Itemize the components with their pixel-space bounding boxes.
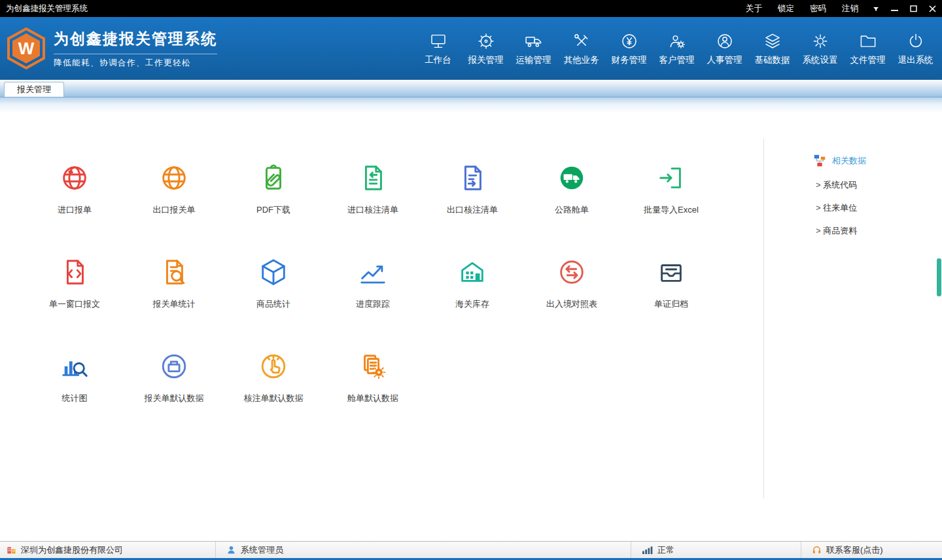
nav-item-workbench[interactable]: 工作台 — [414, 31, 462, 66]
signal-bars-icon — [642, 546, 653, 554]
statistics-chart-icon — [60, 351, 90, 384]
tile-checklist-default-data[interactable]: 核注单默认数据 — [224, 351, 323, 446]
tile-pdf-download[interactable]: PDF下载 — [224, 163, 323, 257]
tile-label: 统计图 — [62, 393, 88, 404]
brand-block: 为创鑫捷报关管理系统 降低能耗、协调合作、工作更轻松 — [54, 29, 217, 69]
workbench-monitor-icon — [428, 31, 448, 51]
tile-export-checklist[interactable]: 出口核注清单 — [423, 163, 522, 257]
import-declaration-globe-icon — [60, 163, 90, 196]
sidebar-link-product-info[interactable]: 商品资料 — [812, 225, 917, 237]
nav-label: 其他业务 — [564, 54, 599, 66]
related-data-header[interactable]: 相关数据 — [812, 154, 917, 168]
nav-item-transport[interactable]: 运输管理 — [510, 31, 557, 66]
status-connection: 正常 — [631, 542, 801, 558]
tile-label: 出口核注清单 — [447, 204, 498, 216]
hr-person-icon — [715, 31, 735, 51]
customs-inventory-warehouse-icon — [457, 257, 487, 290]
tile-customs-inventory[interactable]: 海关库存 — [423, 257, 522, 351]
road-manifest-truck-icon — [557, 163, 587, 196]
document-archive-icon — [656, 257, 686, 290]
maximize-icon[interactable] — [904, 0, 923, 17]
scrollbar-thumb[interactable] — [937, 258, 941, 296]
tile-entry-exit-compare[interactable]: 出入境对照表 — [522, 257, 621, 351]
nav-item-customer[interactable]: 客户管理 — [653, 31, 701, 66]
nav-label: 文件管理 — [850, 54, 886, 66]
declaration-stats-icon — [159, 257, 189, 290]
nav-item-base-data[interactable]: 基础数据 — [748, 31, 796, 66]
app-grid: 进口报单 出口报关单 PDF下载 进口核注清单 出口核注清单 — [25, 163, 721, 446]
file-folder-icon — [858, 31, 878, 51]
tile-product-stats[interactable]: 商品统计 — [224, 257, 323, 351]
tile-statistics-chart[interactable]: 统计图 — [25, 351, 124, 446]
tile-declaration-default-data[interactable]: 报关单默认数据 — [124, 351, 224, 446]
status-user: 系统管理员 — [216, 542, 631, 558]
menu-logout[interactable]: 注销 — [834, 3, 866, 14]
titlebar: 为创鑫捷报关管理系统 关于 锁定 密码 注销 — [0, 0, 942, 17]
tile-import-declaration[interactable]: 进口报单 — [25, 163, 124, 257]
tile-label: 进度跟踪 — [356, 298, 390, 310]
tile-label: 核注单默认数据 — [244, 393, 304, 404]
nav-label: 人事管理 — [707, 54, 742, 66]
base-data-layers-icon — [763, 31, 782, 51]
tile-progress-tracking[interactable]: 进度跟踪 — [323, 257, 423, 351]
status-bar: 深圳为创鑫捷股份有限公司 系统管理员 正常 联系客服(点击) — [0, 541, 942, 558]
titlebar-right: 关于 锁定 密码 注销 — [738, 0, 942, 17]
sidebar-link-system-codes[interactable]: 系统代码 — [812, 179, 917, 191]
tile-import-checklist[interactable]: 进口核注清单 — [323, 163, 423, 257]
tile-label: 出入境对照表 — [546, 298, 597, 310]
tile-label: 单证归档 — [654, 298, 688, 310]
tile-declaration-stats[interactable]: 报关单统计 — [124, 257, 224, 351]
tab-customs-management[interactable]: 报关管理 — [4, 82, 64, 97]
connection-status: 正常 — [657, 544, 674, 556]
nav-item-exit[interactable]: 退出系统 — [892, 31, 939, 66]
progress-tracking-chart-icon — [358, 257, 388, 290]
tile-label: 进口报单 — [58, 204, 92, 216]
nav-item-settings[interactable]: 系统设置 — [796, 31, 844, 66]
nav-label: 基础数据 — [755, 54, 790, 66]
checklist-default-data-icon — [258, 351, 288, 384]
nav-label: 报关管理 — [468, 54, 504, 66]
theme-dropdown-icon[interactable] — [866, 0, 885, 17]
tile-single-window-message[interactable]: 单一窗口报文 — [25, 257, 124, 351]
nav-item-hr[interactable]: 人事管理 — [701, 31, 748, 66]
menu-password[interactable]: 密码 — [802, 3, 834, 14]
close-icon[interactable] — [923, 0, 942, 17]
manifest-default-data-icon — [358, 351, 388, 384]
user-icon — [226, 545, 236, 555]
company-name: 深圳为创鑫捷股份有限公司 — [21, 544, 123, 556]
export-checklist-icon — [457, 163, 487, 196]
tile-label: 商品统计 — [256, 298, 290, 310]
tile-road-manifest[interactable]: 公路舱单 — [522, 163, 621, 257]
pdf-download-clipboard-icon — [258, 163, 288, 196]
nav-label: 系统设置 — [803, 54, 838, 66]
menu-lock[interactable]: 锁定 — [770, 3, 802, 14]
power-icon — [906, 31, 926, 51]
transport-truck-icon — [524, 31, 544, 51]
nav-label: 工作台 — [425, 54, 451, 66]
nav-label: 客户管理 — [659, 54, 695, 66]
nav-item-customs[interactable]: 报关管理 — [462, 31, 510, 66]
app-title: 为创鑫捷报关管理系统 — [54, 29, 217, 49]
tile-manifest-default-data[interactable]: 舱单默认数据 — [323, 351, 423, 446]
related-data-title: 相关数据 — [832, 155, 866, 167]
tile-export-declaration[interactable]: 出口报关单 — [124, 163, 224, 257]
tile-document-archive[interactable]: 单证归档 — [621, 257, 721, 351]
nav-item-finance[interactable]: 财务管理 — [605, 31, 653, 66]
import-checklist-icon — [358, 163, 388, 196]
nav-item-files[interactable]: 文件管理 — [844, 31, 892, 66]
export-declaration-globe-icon — [159, 163, 189, 196]
menu-about[interactable]: 关于 — [738, 3, 770, 14]
nav-label: 运输管理 — [516, 54, 551, 66]
status-support[interactable]: 联系客服(点击) — [801, 542, 942, 558]
tile-batch-import-excel[interactable]: 批量导入Excel — [621, 163, 721, 257]
headset-icon — [812, 545, 822, 555]
sidebar-link-partners[interactable]: 往来单位 — [812, 202, 917, 214]
nav-item-other-business[interactable]: 其他业务 — [557, 31, 605, 66]
tile-label: 单一窗口报文 — [49, 298, 100, 310]
support-link: 联系客服(点击) — [826, 544, 883, 556]
batch-import-excel-icon — [656, 163, 686, 196]
minimize-icon[interactable] — [885, 0, 904, 17]
product-stats-box-icon — [258, 257, 288, 290]
tile-label: 公路舱单 — [555, 204, 589, 216]
org-chart-icon — [812, 154, 827, 168]
